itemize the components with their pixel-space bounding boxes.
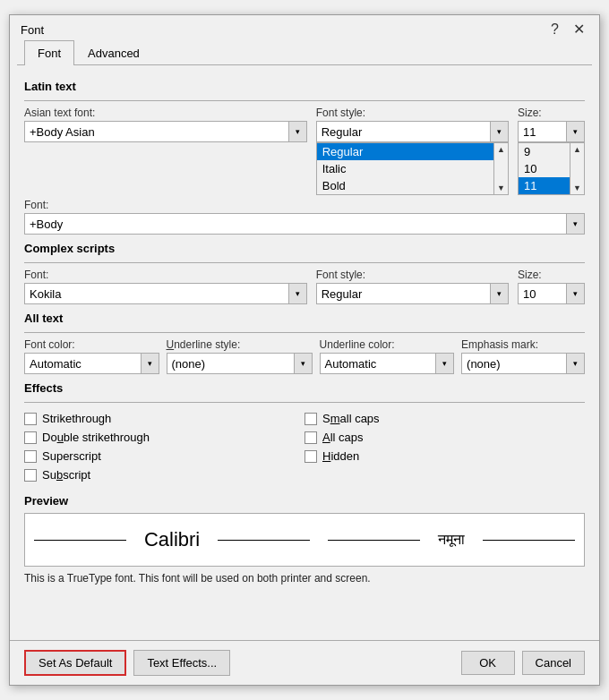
effects-divider bbox=[24, 402, 585, 403]
preview-line-middle-2 bbox=[328, 540, 420, 541]
hidden-row: Hidden bbox=[304, 449, 585, 463]
size-item-11[interactable]: 11 bbox=[519, 177, 570, 194]
style-list-inner: Regular Italic Bold bbox=[317, 143, 493, 194]
asian-font-select[interactable]: +Body Asian ▾ bbox=[24, 121, 307, 142]
text-effects-button[interactable]: Text Effects... bbox=[133, 650, 230, 676]
small-caps-checkbox[interactable] bbox=[304, 413, 317, 425]
font-style-label: Font style: bbox=[316, 107, 509, 119]
asian-font-value: +Body Asian bbox=[25, 125, 288, 139]
style-item-italic[interactable]: Italic bbox=[317, 160, 493, 177]
asian-font-group: Asian text font: +Body Asian ▾ bbox=[24, 107, 307, 142]
title-bar-controls: ? ✕ bbox=[547, 22, 588, 37]
emphasis-mark-select[interactable]: (none) ▾ bbox=[461, 353, 585, 374]
help-button[interactable]: ? bbox=[547, 22, 562, 37]
size-list: 9 10 11 ▲ ▼ bbox=[518, 142, 585, 195]
hidden-checkbox[interactable] bbox=[304, 450, 317, 463]
complex-font-value: Kokila bbox=[25, 287, 288, 301]
underline-color-group: Underline color: Automatic ▾ bbox=[320, 338, 455, 374]
size-scroll-down[interactable]: ▼ bbox=[573, 184, 581, 192]
complex-font-label: Font: bbox=[24, 269, 307, 281]
strikethrough-checkbox[interactable] bbox=[24, 413, 37, 425]
emphasis-mark-arrow[interactable]: ▾ bbox=[566, 354, 584, 373]
tab-font[interactable]: Font bbox=[24, 40, 74, 65]
set-default-button[interactable]: Set As Default bbox=[24, 650, 126, 676]
complex-size-group: Size: 10 ▾ bbox=[518, 269, 585, 304]
complex-style-select[interactable]: Regular ▾ bbox=[316, 283, 509, 304]
strikethrough-row: Strikethrough bbox=[24, 412, 304, 425]
effects-section: Strikethrough Double strikethrough Super… bbox=[24, 412, 585, 482]
alltext-divider bbox=[24, 332, 585, 333]
size-scroll-up[interactable]: ▲ bbox=[573, 145, 581, 154]
latin-row-1: Asian text font: +Body Asian ▾ Font styl… bbox=[24, 107, 585, 195]
asian-font-arrow[interactable]: ▾ bbox=[288, 122, 306, 141]
tab-advanced[interactable]: Advanced bbox=[74, 40, 153, 65]
footer-left: Set As Default Text Effects... bbox=[24, 650, 454, 676]
title-bar-left: Font bbox=[21, 23, 44, 37]
preview-text: Calibri bbox=[144, 528, 200, 551]
small-caps-row: Small caps bbox=[304, 412, 585, 425]
font-style-top[interactable]: Regular ▾ bbox=[316, 121, 509, 142]
small-caps-label: Small caps bbox=[322, 412, 380, 425]
subscript-row: Subscript bbox=[24, 468, 304, 482]
title-bar: Font ? ✕ bbox=[10, 15, 599, 40]
emphasis-mark-value: (none) bbox=[462, 357, 566, 371]
latin-size-value: 11 bbox=[519, 125, 566, 139]
preview-line-left bbox=[34, 540, 126, 541]
underline-style-value: (none) bbox=[167, 357, 294, 371]
underline-color-label: Underline color: bbox=[320, 338, 455, 351]
complex-style-arrow[interactable]: ▾ bbox=[490, 284, 508, 303]
style-scroll-down[interactable]: ▼ bbox=[497, 184, 505, 192]
font-select[interactable]: +Body ▾ bbox=[24, 213, 585, 235]
style-scroll-up[interactable]: ▲ bbox=[497, 145, 505, 154]
dialog-body: Latin text Asian text font: +Body Asian … bbox=[10, 65, 599, 633]
style-scrollbar[interactable]: ▲ ▼ bbox=[493, 143, 508, 194]
preview-label: Preview bbox=[24, 494, 585, 508]
dialog-title: Font bbox=[21, 23, 44, 37]
ok-button[interactable]: OK bbox=[461, 651, 515, 675]
style-item-bold[interactable]: Bold bbox=[317, 177, 493, 194]
all-text-label: All text bbox=[24, 312, 585, 325]
preview-hindi-text: नमूना bbox=[438, 532, 465, 548]
effects-left-col: Strikethrough Double strikethrough Super… bbox=[24, 412, 304, 482]
preview-content: Calibri नमूना bbox=[34, 528, 575, 551]
complex-size-arrow[interactable]: ▾ bbox=[566, 284, 584, 303]
close-button[interactable]: ✕ bbox=[570, 22, 588, 37]
complex-divider bbox=[24, 262, 585, 263]
latin-size-input[interactable]: 11 ▾ bbox=[518, 121, 585, 142]
font-color-group: Font color: Automatic ▾ bbox=[24, 338, 159, 374]
size-list-inner: 9 10 11 bbox=[519, 143, 570, 194]
double-strikethrough-label: Double strikethrough bbox=[42, 431, 150, 444]
style-item-regular[interactable]: Regular bbox=[317, 143, 493, 160]
complex-size-select[interactable]: 10 ▾ bbox=[518, 283, 585, 304]
underline-color-select[interactable]: Automatic ▾ bbox=[320, 353, 455, 374]
dialog-footer: Set As Default Text Effects... OK Cancel bbox=[10, 640, 599, 685]
subscript-checkbox[interactable] bbox=[24, 469, 37, 482]
cancel-button[interactable]: Cancel bbox=[522, 651, 585, 675]
latin-size-group: Size: 11 ▾ 9 10 11 ▲ bbox=[518, 107, 585, 195]
subscript-label: Subscript bbox=[42, 468, 90, 482]
underline-style-select[interactable]: (none) ▾ bbox=[167, 353, 313, 374]
superscript-checkbox[interactable] bbox=[24, 450, 37, 463]
font-color-select[interactable]: Automatic ▾ bbox=[24, 353, 159, 374]
size-scrollbar[interactable]: ▲ ▼ bbox=[570, 143, 584, 194]
footer-right: OK Cancel bbox=[461, 651, 585, 675]
complex-font-arrow[interactable]: ▾ bbox=[288, 284, 306, 303]
underline-style-arrow[interactable]: ▾ bbox=[294, 354, 312, 373]
latin-size-arrow[interactable]: ▾ bbox=[566, 122, 584, 141]
complex-style-value: Regular bbox=[317, 287, 490, 301]
font-color-arrow[interactable]: ▾ bbox=[141, 354, 159, 373]
all-caps-checkbox[interactable] bbox=[304, 431, 317, 444]
font-label: Font: bbox=[24, 199, 585, 211]
font-arrow[interactable]: ▾ bbox=[566, 214, 584, 234]
complex-font-select[interactable]: Kokila ▾ bbox=[24, 283, 307, 304]
font-value: +Body bbox=[25, 218, 566, 231]
emphasis-mark-group: Emphasis mark: (none) ▾ bbox=[461, 338, 585, 374]
latin-divider bbox=[24, 100, 585, 101]
underline-color-arrow[interactable]: ▾ bbox=[435, 354, 453, 373]
size-item-9[interactable]: 9 bbox=[519, 143, 570, 160]
font-group: Font: +Body ▾ bbox=[24, 199, 585, 235]
double-strikethrough-checkbox[interactable] bbox=[24, 431, 37, 444]
font-style-arrow[interactable]: ▾ bbox=[490, 122, 508, 141]
size-item-10[interactable]: 10 bbox=[519, 160, 570, 177]
latin-row-2: Font: +Body ▾ bbox=[24, 199, 585, 235]
